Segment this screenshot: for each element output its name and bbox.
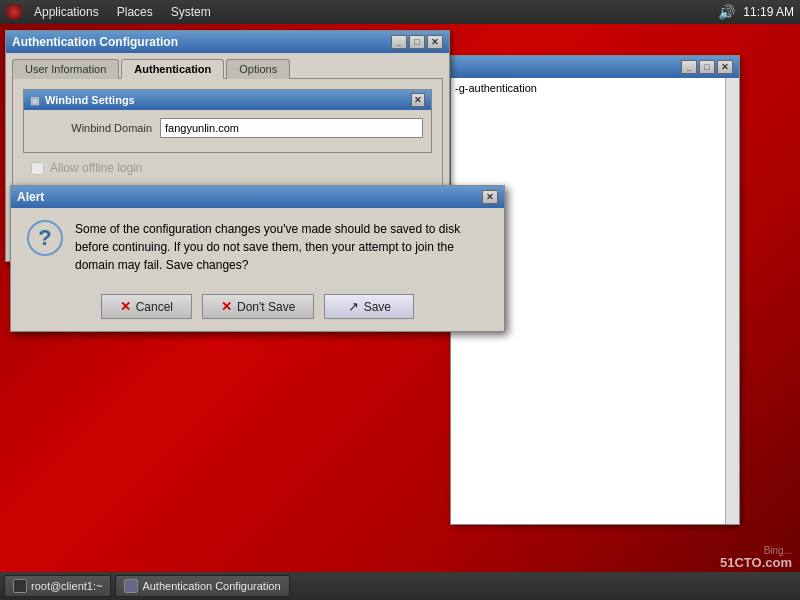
clock: 11:19 AM — [743, 5, 794, 19]
offline-login-row: Allow offline login — [23, 161, 432, 175]
terminal-scrollbar[interactable] — [725, 78, 739, 524]
terminal-titlebar-buttons: _ □ ✕ — [681, 60, 733, 74]
watermark-sub: Bing... — [764, 545, 792, 556]
tab-authentication[interactable]: Authentication — [121, 59, 224, 79]
alert-dont-save-label: Don't Save — [237, 300, 295, 314]
terminal-taskbar-icon — [13, 579, 27, 593]
tab-user-information[interactable]: User Information — [12, 59, 119, 79]
taskbar-auth-btn[interactable]: Authentication Configuration — [115, 575, 289, 597]
terminal-minimize-button[interactable]: _ — [681, 60, 697, 74]
winbind-collapse-icon[interactable]: ▣ — [30, 95, 39, 106]
taskbar-auth-label: Authentication Configuration — [142, 580, 280, 592]
alert-save-cursor-icon: ↗ — [348, 299, 359, 314]
winbind-panel-title: ▣ Winbind Settings ✕ — [24, 90, 431, 110]
top-menu: Applications Places System — [26, 3, 219, 21]
taskbar-terminal-label: root@client1:~ — [31, 580, 102, 592]
offline-login-label: Allow offline login — [50, 161, 143, 175]
alert-save-button[interactable]: ↗ Save — [324, 294, 414, 319]
offline-login-checkbox[interactable] — [31, 162, 44, 175]
alert-dont-save-button[interactable]: ✕ Don't Save — [202, 294, 314, 319]
alert-cancel-label: Cancel — [136, 300, 173, 314]
alert-title: Alert — [17, 190, 44, 204]
winbind-panel: ▣ Winbind Settings ✕ Winbind Domain — [23, 89, 432, 153]
network-icon: 🔊 — [718, 4, 735, 20]
terminal-content: -g-authentication — [455, 82, 537, 94]
tab-options[interactable]: Options — [226, 59, 290, 79]
alert-message: Some of the configuration changes you've… — [75, 220, 488, 274]
alert-question-icon: ? — [27, 220, 63, 256]
alert-dontsave-x-icon: ✕ — [221, 299, 232, 314]
auth-close-button[interactable]: ✕ — [427, 35, 443, 49]
watermark: 51CTO.com — [720, 555, 792, 570]
winbind-title-label: Winbind Settings — [45, 94, 135, 106]
alert-titlebar: Alert ✕ — [11, 186, 504, 208]
alert-save-label: Save — [364, 300, 391, 314]
taskbar-terminal-btn[interactable]: root@client1:~ — [4, 575, 111, 597]
winbind-panel-body: Winbind Domain — [24, 110, 431, 152]
tab-row: User Information Authentication Options — [12, 59, 443, 79]
alert-cancel-button[interactable]: ✕ Cancel — [101, 294, 192, 319]
terminal-close-button[interactable]: ✕ — [717, 60, 733, 74]
desktop: Applications Places System 🔊 11:19 AM _ … — [0, 0, 800, 600]
winbind-domain-row: Winbind Domain — [32, 118, 423, 138]
fedora-icon — [6, 4, 22, 20]
auth-maximize-button[interactable]: □ — [409, 35, 425, 49]
menu-system[interactable]: System — [163, 3, 219, 21]
auth-config-titlebar: Authentication Configuration _ □ ✕ — [6, 31, 449, 53]
top-taskbar: Applications Places System 🔊 11:19 AM — [0, 0, 800, 24]
menu-places[interactable]: Places — [109, 3, 161, 21]
winbind-close-button[interactable]: ✕ — [411, 93, 425, 107]
auth-titlebar-buttons: _ □ ✕ — [391, 35, 443, 49]
menu-applications[interactable]: Applications — [26, 3, 107, 21]
alert-buttons: ✕ Cancel ✕ Don't Save ↗ Save — [11, 286, 504, 331]
bottom-taskbar: root@client1:~ Authentication Configurat… — [0, 572, 800, 600]
auth-config-title: Authentication Configuration — [12, 35, 178, 49]
terminal-maximize-button[interactable]: □ — [699, 60, 715, 74]
terminal-titlebar: _ □ ✕ — [451, 56, 739, 78]
alert-dialog: Alert ✕ ? Some of the configuration chan… — [10, 185, 505, 332]
top-bar-left: Applications Places System — [6, 3, 219, 21]
alert-body: ? Some of the configuration changes you'… — [11, 208, 504, 286]
alert-cancel-x-icon: ✕ — [120, 299, 131, 314]
auth-minimize-button[interactable]: _ — [391, 35, 407, 49]
top-bar-right: 🔊 11:19 AM — [718, 4, 794, 20]
alert-close-button[interactable]: ✕ — [482, 190, 498, 204]
auth-taskbar-icon — [124, 579, 138, 593]
winbind-domain-input[interactable] — [160, 118, 423, 138]
winbind-domain-label: Winbind Domain — [32, 122, 152, 134]
